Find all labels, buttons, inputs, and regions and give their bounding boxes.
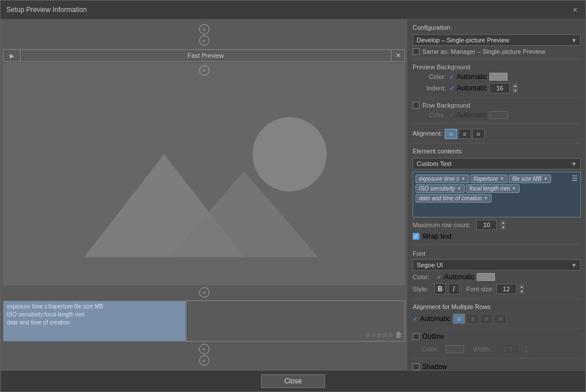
left-panel: + + ▶ Fast Preview ✕ + (1, 19, 408, 370)
row-background-checkbox[interactable] (413, 102, 419, 109)
align-right-btn[interactable]: ≡ (472, 129, 485, 139)
align-auto-checkmark: ✓ (413, 315, 418, 323)
indent-up[interactable]: ▲ (512, 83, 518, 88)
tag-iso[interactable]: ISO sensitivity ▼ (415, 184, 465, 193)
multi-align-left[interactable]: ≡ (453, 314, 465, 324)
bold-button[interactable]: B (434, 283, 446, 295)
star-rating: ☆☆☆☆☆ (365, 331, 394, 339)
multi-align-buttons: ≡ ≡ ≡ ≡ (453, 314, 506, 324)
align-left-btn[interactable]: ≡ (445, 129, 457, 139)
top-circle-icon-2[interactable]: + (199, 35, 209, 46)
tag-aperture[interactable]: f/aperture ▼ (470, 175, 508, 183)
indent-input[interactable]: 16 (489, 83, 510, 93)
info-tag-row-3: date and time of creation (7, 319, 182, 326)
font-size-input[interactable]: 12 (496, 284, 517, 294)
color-swatch-preview-bg[interactable] (489, 73, 508, 81)
preview-bottom-icon[interactable]: + (199, 287, 209, 298)
indent-spinner: ▲ ▼ (512, 83, 518, 93)
max-row-count-row: Maximum row count: 10 ▲ ▼ (413, 220, 581, 230)
max-row-label: Maximum row count: (413, 221, 470, 228)
indent-checkmark: ✓ (449, 85, 454, 92)
align-center-btn[interactable]: ≡ (458, 129, 471, 139)
tag-focal[interactable]: focal length mm ▼ (466, 184, 520, 193)
trash-icon[interactable]: 🗑 (395, 331, 402, 339)
indent-label: Indent: (422, 85, 446, 92)
max-row-down[interactable]: ▼ (500, 225, 506, 230)
shadow-checkbox[interactable] (413, 363, 419, 370)
font-style-label: Style: (413, 286, 432, 292)
preview-bar-label: Fast Preview (21, 52, 391, 59)
font-size-spinner: ▲ ▼ (519, 284, 525, 294)
width-down[interactable]: ▼ (523, 349, 529, 354)
font-size-down[interactable]: ▼ (519, 289, 525, 294)
font-color-swatch[interactable] (477, 273, 495, 281)
preview-center-icon[interactable]: + (199, 65, 209, 76)
font-color-checkmark: ✓ (437, 274, 442, 281)
outline-color-swatch[interactable] (446, 345, 464, 353)
width-input[interactable]: 1.0 (496, 344, 520, 354)
close-bar: Close (1, 370, 585, 391)
width-label: Width: (473, 346, 491, 353)
info-tag-2: f/aperture (49, 303, 73, 310)
wrap-text-row[interactable]: ✓ Wrap text (413, 232, 581, 240)
alignment-multi-label: Alignment for Multiple Rows (413, 303, 581, 310)
main-window: Setup Preview Information × + + ▶ Fast P… (0, 0, 586, 392)
window-title: Setup Preview Information (6, 6, 87, 14)
preview-bar-close[interactable]: ✕ (391, 50, 405, 61)
tag-exposure[interactable]: exposure time s ▼ (415, 175, 469, 183)
indent-row: Indent: ✓ Automatic 16 ▲ ▼ (413, 83, 581, 93)
align-auto-label: Automatic (420, 315, 450, 323)
row-background-row[interactable]: Row Background (413, 102, 581, 109)
config-dropdown-arrow: ▼ (571, 37, 577, 43)
font-dropdown[interactable]: Segoe UI ▼ (413, 259, 581, 271)
row-color-row: Color: ✓ Automatic (413, 111, 581, 119)
indent-down[interactable]: ▼ (512, 88, 518, 93)
info-tag-5: focal length mm (44, 311, 85, 318)
width-up[interactable]: ▲ (523, 344, 529, 349)
tag-datetime[interactable]: date and time of creation ▼ (415, 194, 492, 203)
same-as-checkbox[interactable] (413, 48, 419, 55)
element-contents-dropdown[interactable]: Custom Text ▼ (413, 158, 581, 169)
configuration-label: Configuration: (413, 24, 581, 31)
max-row-up[interactable]: ▲ (500, 220, 506, 225)
preview-bar-left-icon[interactable]: ▶ (3, 50, 21, 61)
preview-image-area: + (3, 63, 405, 286)
footer-icons: + + (3, 342, 405, 368)
info-tag-4: ISO sensitivity (7, 311, 43, 318)
main-content: + + ▶ Fast Preview ✕ + (1, 19, 585, 370)
top-circle-icon-1[interactable]: + (199, 24, 209, 34)
shadow-label: Shadow (422, 363, 447, 370)
multi-align-center[interactable]: ≡ (466, 314, 479, 324)
preview-bar: ▶ Fast Preview ✕ (3, 49, 405, 62)
color-auto-label: Automatic (457, 73, 487, 81)
color-swatch-row-bg[interactable] (489, 111, 508, 119)
style-buttons: B I (434, 283, 460, 295)
multi-align-right[interactable]: ≡ (480, 314, 493, 324)
footer-icon-2[interactable]: + (199, 355, 209, 366)
element-contents-box[interactable]: exposure time s ▼ f/aperture ▼ file size… (413, 172, 581, 217)
multi-align-justify[interactable]: ≡ (494, 314, 506, 324)
preview-svg (3, 63, 405, 286)
window-close-button[interactable]: × (571, 4, 580, 15)
outline-checkbox[interactable] (413, 333, 419, 340)
font-size-up[interactable]: ▲ (519, 284, 525, 289)
same-as-row[interactable]: Same as: Manager – Single-picture Previe… (413, 48, 581, 55)
outline-label: Outline (422, 332, 444, 340)
italic-button[interactable]: I (448, 283, 460, 295)
menu-icon[interactable]: ☰ (572, 175, 578, 183)
tag-filesize[interactable]: file size MB ▼ (509, 175, 551, 183)
font-color-label: Color: (413, 274, 433, 280)
info-strip-right: ☆☆☆☆☆ 🗑 (186, 300, 405, 342)
indent-auto-label: Automatic (457, 84, 487, 92)
wrap-text-checkbox[interactable]: ✓ (413, 233, 419, 240)
row-auto-label: Automatic (457, 111, 487, 119)
info-tag-1: exposure time s (7, 303, 47, 310)
config-dropdown[interactable]: Develop – Single-picture Preview ▼ (413, 34, 581, 46)
close-button[interactable]: Close (261, 374, 326, 388)
footer-icon-1[interactable]: + (199, 344, 209, 354)
font-color-row: Color: ✓ Automatic (413, 273, 581, 281)
max-row-input[interactable]: 10 (476, 220, 497, 230)
info-tag-row-2: ISO sensitivity focal length mm (7, 311, 182, 318)
outline-row: Outline (413, 332, 581, 340)
right-panel: Configuration: Develop – Single-picture … (408, 19, 585, 370)
